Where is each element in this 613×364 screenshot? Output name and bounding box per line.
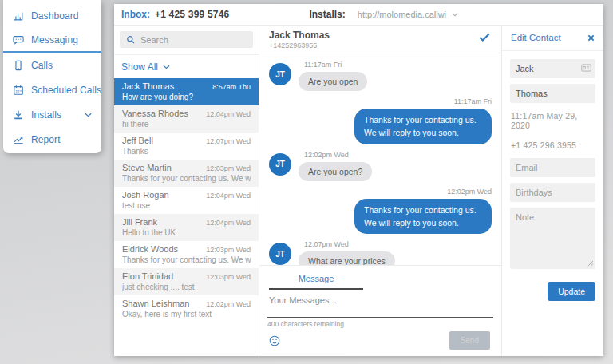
avatar: JT [269, 243, 291, 265]
sidebar-item-messaging[interactable]: Messaging [3, 28, 101, 53]
installs-dropdown[interactable]: http://molomedia.callwi [358, 10, 458, 19]
birthdays-field[interactable] [510, 183, 595, 202]
search-input[interactable]: Search [120, 31, 253, 48]
note-field[interactable] [510, 208, 595, 269]
conversation-item[interactable]: Eldrick Woods 12:03pm Wed Thanks for you… [114, 241, 259, 268]
compose-input[interactable] [267, 290, 493, 314]
installs-value: http://molomedia.callwi [358, 10, 446, 19]
conversation-row: Steve Martin 12:03pm Wed [122, 163, 251, 172]
contact-card-icon [581, 64, 591, 72]
search-placeholder: Search [140, 35, 168, 45]
conversation-item[interactable]: Jeff Bell 12:07pm Wed Thanks [114, 133, 259, 160]
message-bubble: Are you open? [299, 162, 372, 181]
conversation-name: Vanessa Rhodes [122, 109, 188, 118]
conversation-time: 12:03pm Wed [206, 164, 251, 172]
conversation-preview: just checking .... test [122, 283, 251, 291]
conversation-time: 12:03pm Wed [206, 273, 251, 281]
edit-contact-header: Edit Contact [502, 33, 603, 51]
edit-contact-panel: Edit Contact 11:17am May 29, 2020 +1 425… [502, 26, 603, 356]
message-time: 12:02pm Wed [304, 151, 372, 159]
message-body: 12:07pm Wed What are your prices [299, 239, 395, 265]
conversation-item[interactable]: Elon Trinidad 12:03pm Wed just checking … [114, 268, 259, 295]
message-bubble: Thanks for your contacting us. We will r… [354, 199, 492, 235]
scheduled-calls-icon [13, 85, 24, 96]
sidebar-item-scheduled-calls[interactable]: Scheduled Calls [3, 77, 101, 102]
check-icon[interactable] [479, 33, 490, 42]
chat-header: Jack Thomas +14252963955 [259, 26, 501, 53]
chat-panel: Jack Thomas +14252963955 JT 11:17am Fri … [259, 26, 502, 356]
email-wrap [510, 158, 595, 177]
conversation-name: Josh Rogan [122, 190, 169, 200]
conversation-time: 12:02pm Wed [206, 300, 251, 308]
conversation-name: Steve Martin [122, 163, 172, 172]
chat-contact-number: +14252963955 [269, 42, 492, 49]
avatar: JT [269, 153, 291, 176]
sidebar-item-dashboard[interactable]: Dashboard [3, 3, 101, 28]
inbox-number: +1 425 399 5746 [155, 9, 229, 20]
note-wrap [510, 208, 595, 269]
search-wrap: Search [114, 26, 259, 55]
chevron-down-icon [85, 113, 92, 117]
sidebar-item-installs[interactable]: Installs [3, 102, 101, 127]
conversation-item[interactable]: Steve Martin 12:03pm Wed Thanks for your… [114, 160, 259, 187]
emoji-icon[interactable] [269, 335, 280, 346]
conversation-time: 12:07pm Wed [206, 137, 251, 145]
message-bubble: Thanks for your contacting us. We will r… [354, 109, 492, 144]
update-button[interactable]: Update [548, 282, 595, 301]
message-body: 12:02pm Wed Are you open? [299, 150, 372, 181]
edit-contact-title: Edit Contact [511, 33, 561, 42]
sidebar-item-calls[interactable]: Calls [3, 53, 101, 77]
chevron-down-icon [163, 65, 170, 69]
message-outgoing: 12:02pm Wed Thanks for your contacting u… [269, 187, 492, 235]
conversation-preview: test use [122, 201, 251, 210]
sidebar: Dashboard Messaging Calls Scheduled Call… [3, 0, 101, 153]
conversation-preview: Hello to the UK [122, 228, 251, 237]
conversation-preview: Thanks for your contacting us. We will .… [122, 174, 251, 183]
search-icon [126, 35, 135, 44]
sidebar-item-report[interactable]: Report [3, 127, 101, 152]
main-card: Inbox: +1 425 399 5746 Installs: http://… [114, 4, 603, 356]
conversation-list-panel: Search Show All Jack Thomas 8:57am Thu H… [114, 26, 259, 356]
conversation-item[interactable]: Josh Rogan 12:04pm Wed test use [114, 187, 259, 214]
conversation-list: Jack Thomas 8:57am Thu How are you doing… [114, 78, 259, 356]
contact-timestamp: 11:17am May 29, 2020 [511, 111, 595, 130]
sidebar-item-label: Messaging [31, 34, 78, 46]
message-time: 12:02pm Wed [447, 188, 492, 196]
compose-area [267, 290, 493, 318]
conversation-item[interactable]: Jill Frank 12:04pm Wed Hello to the UK [114, 214, 259, 241]
conversation-time: 8:57am Thu [212, 83, 251, 91]
birthdays-wrap [510, 183, 595, 202]
message-outgoing: 11:17am Fri Thanks for your contacting u… [269, 97, 492, 144]
last-name-field[interactable] [510, 84, 595, 103]
conversation-row: Jill Frank 12:04pm Wed [122, 217, 251, 227]
first-name-wrap [510, 59, 595, 78]
conversation-item[interactable]: Vanessa Rhodes 12:04pm Wed hi there [114, 105, 259, 133]
send-button[interactable]: Send [449, 331, 490, 350]
filter-show-all[interactable]: Show All [114, 55, 259, 78]
inbox-label: Inbox: [121, 9, 150, 20]
conversation-name: Jill Frank [122, 217, 157, 227]
conversation-name: Shawn Leishman [122, 299, 189, 308]
dashboard-icon [13, 10, 24, 22]
conversation-time: 12:03pm Wed [206, 246, 251, 254]
close-icon[interactable] [587, 34, 595, 42]
message-time: 12:07pm Wed [304, 240, 395, 248]
calls-icon [13, 60, 24, 71]
message-time: 11:17am Fri [454, 97, 492, 105]
installs-icon [13, 109, 24, 121]
message-bubble: Are you open [299, 72, 367, 91]
email-field[interactable] [510, 158, 595, 177]
chevron-down-icon [452, 13, 458, 17]
message-incoming: JT 12:07pm Wed What are your prices [269, 239, 492, 265]
conversation-item[interactable]: Shawn Leishman 12:02pm Wed Okay, here is… [114, 295, 259, 322]
conversation-item[interactable]: Jack Thomas 8:57am Thu How are you doing… [114, 78, 259, 105]
sidebar-item-label: Scheduled Calls [31, 85, 101, 96]
conversation-preview: Thanks [122, 147, 251, 156]
tab-message[interactable]: Message [269, 271, 363, 290]
sidebar-item-label: Report [31, 134, 61, 145]
report-icon [13, 134, 24, 145]
installs-label: Installs: [309, 9, 345, 20]
resize-handle-icon[interactable] [587, 260, 594, 267]
filter-label: Show All [121, 61, 158, 73]
message-bubble: What are your prices [299, 251, 395, 265]
